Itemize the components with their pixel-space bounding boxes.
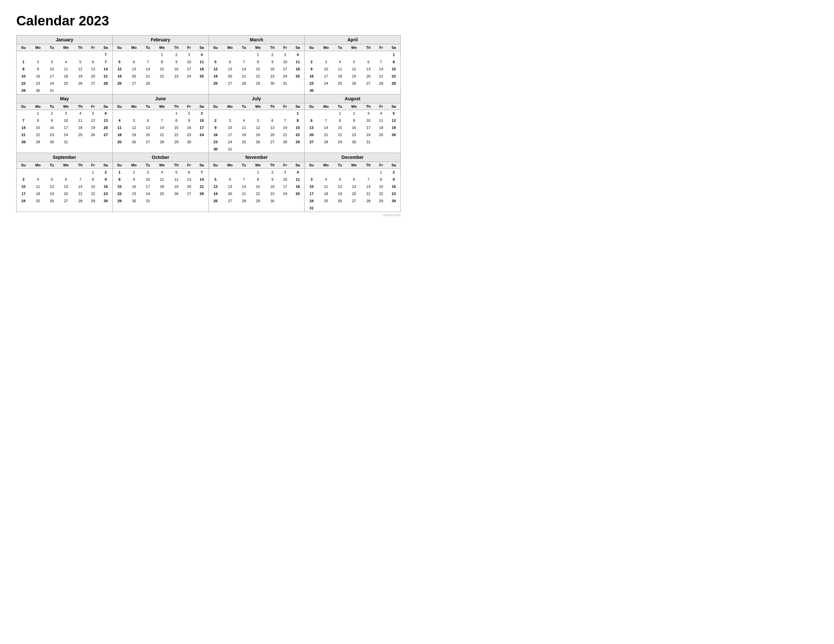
- day-cell: 25: [195, 73, 208, 80]
- day-cell: 16: [30, 73, 45, 80]
- day-cell: 18: [58, 73, 74, 80]
- day-cell: 8: [170, 117, 183, 124]
- day-cell: 7: [99, 58, 112, 65]
- day-cell: 20: [58, 190, 74, 197]
- day-cell: [266, 205, 279, 211]
- day-cell: 11: [74, 117, 87, 124]
- day-cell: 1: [17, 58, 30, 65]
- day-cell: 22: [250, 190, 266, 197]
- page-title: Calendar 2023: [16, 13, 401, 29]
- day-cell: 16: [45, 124, 58, 131]
- month-july: JulySuMoTuWeThFrSa1234567891011121314151…: [209, 94, 305, 153]
- day-cell: 28: [74, 197, 87, 205]
- day-cell: 29: [87, 197, 99, 205]
- day-cell: 23: [305, 80, 318, 87]
- day-cell: 16: [266, 65, 279, 73]
- weekday-header: We: [58, 44, 74, 51]
- day-cell: 7: [279, 117, 291, 124]
- weekday-header: Sa: [99, 44, 112, 51]
- weekday-header: Tu: [238, 162, 250, 169]
- day-cell: 18: [195, 65, 208, 73]
- day-cell: 5: [250, 117, 266, 124]
- weekday-header: Mo: [318, 44, 334, 51]
- day-cell: 5: [74, 58, 87, 65]
- day-cell: 20: [87, 73, 99, 80]
- weekday-header: Mo: [30, 103, 45, 110]
- day-cell: 1: [87, 169, 99, 176]
- day-cell: 3: [17, 176, 30, 183]
- weekday-header: Tu: [142, 162, 154, 169]
- day-cell: [74, 138, 87, 145]
- day-cell: [126, 110, 142, 117]
- month-february: FebruarySuMoTuWeThFrSa123456789101112131…: [113, 36, 209, 94]
- day-cell: 24: [279, 190, 291, 197]
- day-cell: [99, 205, 112, 211]
- day-cell: 28: [195, 190, 208, 197]
- weekday-header: Th: [74, 103, 87, 110]
- day-cell: [142, 110, 154, 117]
- weekday-header: Th: [362, 162, 375, 169]
- day-cell: [183, 205, 195, 211]
- day-cell: 31: [45, 87, 58, 94]
- day-cell: 31: [305, 205, 318, 211]
- day-cell: [99, 145, 112, 153]
- day-cell: 7: [142, 58, 154, 65]
- day-cell: 27: [223, 197, 238, 205]
- weekday-header: Fr: [183, 103, 195, 110]
- day-cell: [113, 87, 126, 94]
- day-cell: 27: [183, 190, 195, 197]
- day-cell: [238, 145, 250, 153]
- day-cell: [58, 51, 74, 58]
- day-cell: [346, 87, 362, 94]
- weekday-header: Sa: [387, 103, 400, 110]
- day-cell: 14: [238, 183, 250, 190]
- day-cell: 23: [387, 190, 400, 197]
- day-cell: 12: [113, 65, 126, 73]
- day-cell: 30: [209, 145, 223, 153]
- day-cell: 10: [305, 183, 318, 190]
- day-cell: 29: [17, 87, 30, 94]
- day-cell: [170, 145, 183, 153]
- day-cell: 29: [387, 80, 400, 87]
- day-cell: 30: [30, 87, 45, 94]
- day-cell: 7: [238, 58, 250, 65]
- day-cell: 24: [45, 80, 58, 87]
- weekday-header: Th: [170, 162, 183, 169]
- day-cell: 16: [209, 131, 223, 138]
- month-december: DecemberSuMoTuWeThFrSa123456789101112131…: [305, 153, 401, 212]
- day-cell: 13: [99, 117, 112, 124]
- day-cell: [126, 145, 142, 153]
- day-cell: 21: [362, 190, 375, 197]
- day-cell: 4: [113, 117, 126, 124]
- day-cell: 19: [126, 131, 142, 138]
- day-cell: 15: [17, 73, 30, 80]
- day-cell: 5: [170, 169, 183, 176]
- calendar-grid: JanuarySuMoTuWeThFrSa7123456789101112131…: [16, 35, 401, 212]
- day-cell: [305, 51, 318, 58]
- day-cell: 12: [209, 65, 223, 73]
- day-cell: 13: [362, 65, 375, 73]
- day-cell: [238, 169, 250, 176]
- weekday-header: Fr: [279, 162, 291, 169]
- day-cell: [126, 87, 142, 94]
- day-cell: 6: [266, 117, 279, 124]
- day-cell: 28: [318, 138, 334, 145]
- day-cell: 16: [305, 73, 318, 80]
- day-cell: 13: [266, 124, 279, 131]
- day-cell: 20: [223, 73, 238, 80]
- day-cell: [279, 87, 291, 94]
- day-cell: 2: [346, 110, 362, 117]
- day-cell: [195, 205, 208, 211]
- weekday-header: Sa: [387, 44, 400, 51]
- day-cell: [375, 138, 387, 145]
- weekday-header: Su: [113, 162, 126, 169]
- weekday-header: Su: [305, 44, 318, 51]
- day-cell: [17, 169, 30, 176]
- day-cell: [291, 197, 305, 205]
- day-cell: 10: [279, 58, 291, 65]
- day-cell: 20: [223, 190, 238, 197]
- day-cell: 21: [74, 190, 87, 197]
- weekday-header: Su: [17, 44, 30, 51]
- day-cell: [279, 205, 291, 211]
- day-cell: 18: [375, 124, 387, 131]
